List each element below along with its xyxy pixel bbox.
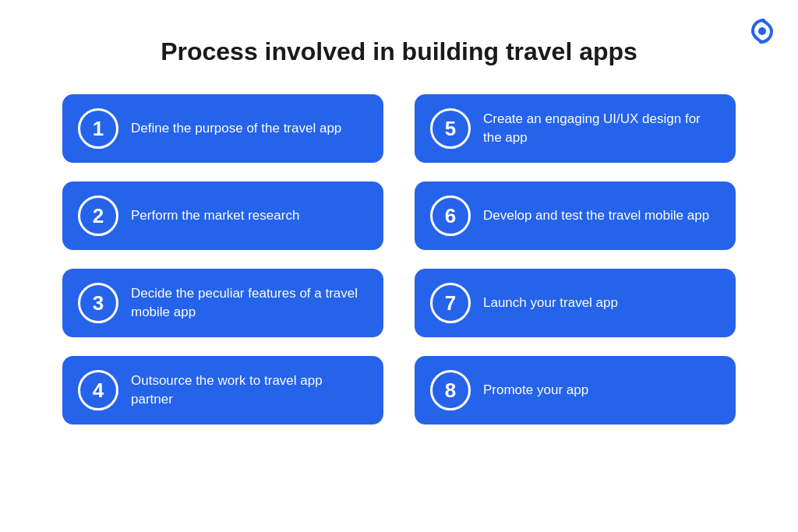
step-label-5: Create an engaging UI/UX design for the …: [483, 110, 720, 147]
step-label-8: Promote your app: [483, 381, 588, 400]
page-title: Process involved in building travel apps: [0, 0, 798, 94]
step-number-1: 1: [78, 108, 118, 149]
step-number-7: 7: [430, 283, 471, 323]
svg-point-1: [758, 27, 766, 35]
step-number-8: 8: [430, 370, 471, 410]
step-card-7: 7Launch your travel app: [415, 269, 736, 337]
step-number-5: 5: [430, 108, 471, 149]
step-card-2: 2Perform the market research: [62, 181, 383, 250]
step-number-2: 2: [78, 196, 118, 236]
step-card-4: 4Outsource the work to travel app partne…: [62, 356, 383, 425]
step-card-1: 1Define the purpose of the travel app: [62, 94, 383, 163]
step-label-2: Perform the market research: [131, 206, 299, 225]
steps-grid: 1Define the purpose of the travel app5Cr…: [0, 94, 798, 425]
step-number-6: 6: [430, 196, 471, 236]
logo: [745, 14, 779, 51]
step-number-4: 4: [78, 370, 118, 410]
step-label-1: Define the purpose of the travel app: [131, 119, 341, 138]
step-label-7: Launch your travel app: [483, 294, 618, 312]
step-card-8: 8Promote your app: [415, 356, 736, 425]
step-card-3: 3Decide the peculiar features of a trave…: [62, 269, 383, 337]
step-label-3: Decide the peculiar features of a travel…: [131, 284, 368, 322]
step-card-6: 6Develop and test the travel mobile app: [415, 181, 736, 250]
step-label-4: Outsource the work to travel app partner: [131, 372, 368, 409]
step-number-3: 3: [78, 283, 118, 323]
step-card-5: 5Create an engaging UI/UX design for the…: [415, 94, 736, 163]
step-label-6: Develop and test the travel mobile app: [483, 206, 709, 225]
